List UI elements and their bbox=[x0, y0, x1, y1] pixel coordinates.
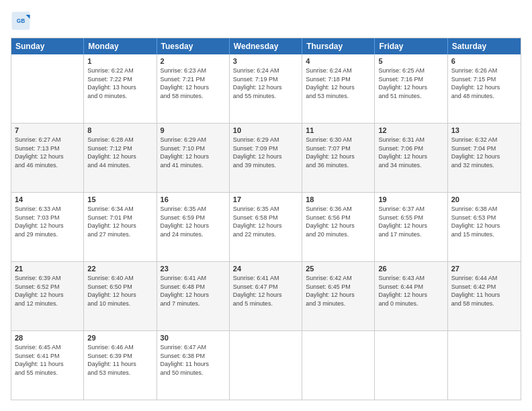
cell-info: Sunrise: 6:30 AM Sunset: 7:07 PM Dayligh… bbox=[306, 136, 371, 169]
cell-info: Sunrise: 6:38 AM Sunset: 6:53 PM Dayligh… bbox=[451, 205, 517, 238]
cal-cell: 19Sunrise: 6:37 AM Sunset: 6:55 PM Dayli… bbox=[375, 193, 447, 261]
cal-cell: 11Sunrise: 6:30 AM Sunset: 7:07 PM Dayli… bbox=[302, 124, 375, 192]
cell-info: Sunrise: 6:42 AM Sunset: 6:45 PM Dayligh… bbox=[306, 274, 371, 308]
day-number: 10 bbox=[233, 126, 298, 134]
cal-cell: 30Sunrise: 6:47 AM Sunset: 6:38 PM Dayli… bbox=[157, 331, 230, 400]
cal-cell: 24Sunrise: 6:41 AM Sunset: 6:47 PM Dayli… bbox=[230, 262, 302, 330]
week-row-2: 7Sunrise: 6:27 AM Sunset: 7:13 PM Daylig… bbox=[11, 124, 521, 193]
header-sunday: Sunday bbox=[11, 38, 84, 54]
day-number: 17 bbox=[233, 195, 298, 203]
cell-info: Sunrise: 6:45 AM Sunset: 6:41 PM Dayligh… bbox=[15, 343, 80, 377]
day-number: 28 bbox=[15, 334, 80, 342]
header-thursday: Thursday bbox=[302, 38, 375, 54]
cell-info: Sunrise: 6:27 AM Sunset: 7:13 PM Dayligh… bbox=[15, 136, 80, 169]
cal-cell: 29Sunrise: 6:46 AM Sunset: 6:39 PM Dayli… bbox=[84, 331, 157, 400]
day-number: 24 bbox=[233, 265, 298, 273]
cell-info: Sunrise: 6:32 AM Sunset: 7:04 PM Dayligh… bbox=[451, 136, 517, 169]
cal-cell: 23Sunrise: 6:41 AM Sunset: 6:48 PM Dayli… bbox=[157, 262, 230, 330]
cal-cell: 16Sunrise: 6:35 AM Sunset: 6:59 PM Dayli… bbox=[157, 193, 230, 261]
day-number: 15 bbox=[87, 195, 152, 203]
cal-cell bbox=[302, 331, 375, 400]
cal-cell: 2Sunrise: 6:23 AM Sunset: 7:21 PM Daylig… bbox=[157, 54, 230, 123]
cal-cell: 20Sunrise: 6:38 AM Sunset: 6:53 PM Dayli… bbox=[448, 193, 521, 261]
page-header: GB bbox=[11, 11, 521, 31]
calendar-header: Sunday Monday Tuesday Wednesday Thursday… bbox=[11, 38, 521, 54]
cal-cell: 13Sunrise: 6:32 AM Sunset: 7:04 PM Dayli… bbox=[448, 124, 521, 192]
cell-info: Sunrise: 6:23 AM Sunset: 7:21 PM Dayligh… bbox=[161, 66, 226, 100]
header-wednesday: Wednesday bbox=[230, 38, 302, 54]
cal-cell: 8Sunrise: 6:28 AM Sunset: 7:12 PM Daylig… bbox=[84, 124, 157, 192]
cell-info: Sunrise: 6:26 AM Sunset: 7:15 PM Dayligh… bbox=[451, 66, 517, 100]
day-number: 1 bbox=[87, 57, 152, 65]
header-tuesday: Tuesday bbox=[157, 38, 230, 54]
cell-info: Sunrise: 6:24 AM Sunset: 7:18 PM Dayligh… bbox=[306, 66, 371, 100]
calendar-body: 1Sunrise: 6:22 AM Sunset: 7:22 PM Daylig… bbox=[11, 54, 521, 400]
cell-info: Sunrise: 6:22 AM Sunset: 7:22 PM Dayligh… bbox=[87, 66, 152, 100]
cell-info: Sunrise: 6:43 AM Sunset: 6:44 PM Dayligh… bbox=[378, 274, 443, 308]
week-row-1: 1Sunrise: 6:22 AM Sunset: 7:22 PM Daylig… bbox=[11, 54, 521, 124]
day-number: 12 bbox=[378, 126, 443, 134]
cell-info: Sunrise: 6:31 AM Sunset: 7:06 PM Dayligh… bbox=[378, 136, 443, 169]
header-monday: Monday bbox=[84, 38, 157, 54]
cell-info: Sunrise: 6:35 AM Sunset: 6:58 PM Dayligh… bbox=[233, 205, 298, 238]
day-number: 25 bbox=[306, 265, 371, 273]
week-row-5: 28Sunrise: 6:45 AM Sunset: 6:41 PM Dayli… bbox=[11, 331, 521, 400]
cal-cell: 14Sunrise: 6:33 AM Sunset: 7:03 PM Dayli… bbox=[11, 193, 84, 261]
cal-cell: 21Sunrise: 6:39 AM Sunset: 6:52 PM Dayli… bbox=[11, 262, 84, 330]
calendar-page: GB Sunday Monday Tuesday Wednesday Thurs… bbox=[0, 0, 532, 411]
cell-info: Sunrise: 6:40 AM Sunset: 6:50 PM Dayligh… bbox=[87, 274, 152, 308]
day-number: 5 bbox=[378, 57, 443, 65]
day-number: 6 bbox=[451, 57, 517, 65]
cell-info: Sunrise: 6:44 AM Sunset: 6:42 PM Dayligh… bbox=[451, 274, 517, 308]
day-number: 7 bbox=[15, 126, 80, 134]
cal-cell bbox=[375, 331, 447, 400]
cell-info: Sunrise: 6:29 AM Sunset: 7:09 PM Dayligh… bbox=[233, 136, 298, 169]
cal-cell: 26Sunrise: 6:43 AM Sunset: 6:44 PM Dayli… bbox=[375, 262, 447, 330]
cell-info: Sunrise: 6:41 AM Sunset: 6:48 PM Dayligh… bbox=[161, 274, 226, 308]
day-number: 20 bbox=[451, 195, 517, 203]
cal-cell: 3Sunrise: 6:24 AM Sunset: 7:19 PM Daylig… bbox=[230, 54, 302, 123]
day-number: 16 bbox=[161, 195, 226, 203]
day-number: 3 bbox=[233, 57, 298, 65]
day-number: 22 bbox=[87, 265, 152, 273]
cell-info: Sunrise: 6:37 AM Sunset: 6:55 PM Dayligh… bbox=[378, 205, 443, 238]
day-number: 2 bbox=[161, 57, 226, 65]
cell-info: Sunrise: 6:35 AM Sunset: 6:59 PM Dayligh… bbox=[161, 205, 226, 238]
cal-cell bbox=[11, 54, 84, 123]
cal-cell: 7Sunrise: 6:27 AM Sunset: 7:13 PM Daylig… bbox=[11, 124, 84, 192]
cell-info: Sunrise: 6:28 AM Sunset: 7:12 PM Dayligh… bbox=[87, 136, 152, 169]
calendar: Sunday Monday Tuesday Wednesday Thursday… bbox=[11, 38, 521, 400]
day-number: 19 bbox=[378, 195, 443, 203]
cal-cell: 9Sunrise: 6:29 AM Sunset: 7:10 PM Daylig… bbox=[157, 124, 230, 192]
week-row-4: 21Sunrise: 6:39 AM Sunset: 6:52 PM Dayli… bbox=[11, 262, 521, 331]
day-number: 23 bbox=[161, 265, 226, 273]
svg-text:GB: GB bbox=[17, 18, 25, 24]
cal-cell: 28Sunrise: 6:45 AM Sunset: 6:41 PM Dayli… bbox=[11, 331, 84, 400]
day-number: 14 bbox=[15, 195, 80, 203]
day-number: 27 bbox=[451, 265, 517, 273]
cell-info: Sunrise: 6:36 AM Sunset: 6:56 PM Dayligh… bbox=[306, 205, 371, 238]
day-number: 13 bbox=[451, 126, 517, 134]
cal-cell: 27Sunrise: 6:44 AM Sunset: 6:42 PM Dayli… bbox=[448, 262, 521, 330]
day-number: 21 bbox=[15, 265, 80, 273]
logo-icon: GB bbox=[11, 11, 31, 31]
cell-info: Sunrise: 6:41 AM Sunset: 6:47 PM Dayligh… bbox=[233, 274, 298, 308]
header-friday: Friday bbox=[375, 38, 447, 54]
cell-info: Sunrise: 6:24 AM Sunset: 7:19 PM Dayligh… bbox=[233, 66, 298, 100]
cal-cell: 17Sunrise: 6:35 AM Sunset: 6:58 PM Dayli… bbox=[230, 193, 302, 261]
cell-info: Sunrise: 6:34 AM Sunset: 7:01 PM Dayligh… bbox=[87, 205, 152, 238]
week-row-3: 14Sunrise: 6:33 AM Sunset: 7:03 PM Dayli… bbox=[11, 193, 521, 262]
cal-cell: 6Sunrise: 6:26 AM Sunset: 7:15 PM Daylig… bbox=[448, 54, 521, 123]
day-number: 8 bbox=[87, 126, 152, 134]
cell-info: Sunrise: 6:46 AM Sunset: 6:39 PM Dayligh… bbox=[87, 343, 152, 377]
cell-info: Sunrise: 6:47 AM Sunset: 6:38 PM Dayligh… bbox=[161, 343, 226, 377]
day-number: 9 bbox=[161, 126, 226, 134]
cal-cell bbox=[230, 331, 302, 400]
cal-cell: 1Sunrise: 6:22 AM Sunset: 7:22 PM Daylig… bbox=[84, 54, 157, 123]
day-number: 26 bbox=[378, 265, 443, 273]
cal-cell: 4Sunrise: 6:24 AM Sunset: 7:18 PM Daylig… bbox=[302, 54, 375, 123]
cal-cell bbox=[448, 331, 521, 400]
cal-cell: 12Sunrise: 6:31 AM Sunset: 7:06 PM Dayli… bbox=[375, 124, 447, 192]
day-number: 4 bbox=[306, 57, 371, 65]
day-number: 29 bbox=[87, 334, 152, 342]
